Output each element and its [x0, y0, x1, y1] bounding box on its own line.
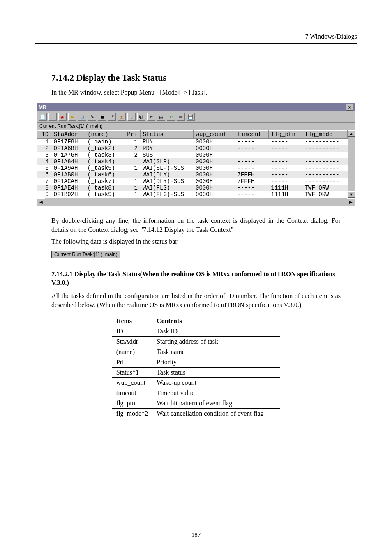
list-icon[interactable]: ≡: [48, 113, 57, 121]
page-icon[interactable]: 📄: [39, 113, 47, 121]
table-row[interactable]: 80F1AE4H(_task8)1WAI(FLG)0000H-----1111H…: [37, 185, 348, 191]
def-table-cell: Status*1: [112, 368, 152, 378]
play-icon[interactable]: ▶: [68, 113, 76, 121]
subsection-title: 7.14.2.1 Display the Task Status(When th…: [51, 270, 341, 287]
def-table-cell: timeout: [112, 388, 152, 398]
table-cell: ----------: [302, 139, 348, 146]
def-table-cell: (name): [112, 347, 152, 357]
scroll-left-icon[interactable]: ◀: [37, 198, 45, 206]
table-cell: (_task3): [85, 152, 122, 158]
table-cell: 7FFFH: [235, 178, 268, 185]
table-cell: ----------: [302, 171, 348, 178]
table-row[interactable]: 20F1A68H(_task2)2RDY0000H---------------…: [37, 145, 348, 152]
table-cell: 0F1A76H: [51, 152, 85, 158]
table-cell: 0F1AE4H: [51, 185, 85, 191]
horizontal-scrollbar[interactable]: ◀ ▶: [37, 198, 355, 206]
def-table-cell: Pri: [112, 357, 152, 368]
copy-icon[interactable]: ⿻: [137, 113, 145, 121]
scroll-down-icon[interactable]: ▼: [348, 191, 355, 198]
table-row[interactable]: 90F1B02H(_task9)1WAI(FLG)-SUS0000H-----1…: [37, 191, 348, 198]
page2-icon[interactable]: ▯: [127, 113, 136, 121]
col-timeout[interactable]: timeout: [235, 131, 268, 139]
scroll-right-icon[interactable]: ▶: [347, 198, 355, 206]
table-cell: (_task5): [85, 165, 122, 171]
table-cell: 1111H: [269, 191, 302, 198]
table-cell: 0000H: [193, 171, 235, 178]
table-cell: -----: [235, 191, 268, 198]
vertical-scrollbar[interactable]: ▲ ▼: [348, 130, 355, 198]
table-cell: TWF_ORW: [302, 191, 348, 198]
table-cell: 2: [122, 145, 140, 152]
table-row[interactable]: 30F1A76H(_task3)2SUS0000H---------------…: [37, 152, 348, 158]
def-table-row: StaAddrStarting address of task: [112, 337, 280, 347]
table-cell: SUS: [140, 152, 193, 158]
table-cell: 0F1A9AH: [51, 165, 85, 171]
table-cell: ----------: [302, 158, 348, 165]
table-row[interactable]: 70F1ACAH(_task7)1WAI(DLY)-SUS0000H7FFFH-…: [37, 178, 348, 185]
definition-table: Items Contents IDTask IDStaAddrStarting …: [112, 316, 280, 419]
undo-icon[interactable]: ↶: [147, 113, 155, 121]
table-row[interactable]: 50F1A9AH(_task5)1WAI(SLP)-SUS0000H------…: [37, 165, 348, 171]
table-cell: -----: [235, 139, 268, 146]
mr-window: MR × 📄 ≡ ◉ ▶ ⊟ ✎ ◼ ↺ ⧗ ▯ ⿻ ↶ ▤ ↩ ⇨ 💾 Cur…: [37, 103, 355, 206]
table-row[interactable]: 40F1A84H(_task4)1WAI(SLP)0000H----------…: [37, 158, 348, 165]
table-cell: 6: [37, 171, 51, 178]
hourglass-icon[interactable]: ⧗: [118, 113, 126, 121]
table-cell: 0000H: [193, 165, 235, 171]
section-intro: In the MR window, select Popup Menu - [M…: [51, 89, 357, 96]
col-wup[interactable]: wup_count: [193, 131, 235, 139]
table-cell: ----------: [302, 145, 348, 152]
table-cell: -----: [269, 165, 302, 171]
record-red-icon[interactable]: ◉: [58, 113, 67, 121]
mr-title-text: MR: [39, 104, 46, 110]
col-flgmode[interactable]: flg_mode: [302, 131, 348, 139]
table-cell: -----: [235, 145, 268, 152]
table-cell: 1: [122, 185, 140, 191]
pencil-icon[interactable]: ✎: [88, 113, 96, 121]
def-table-cell: Priority: [152, 357, 280, 368]
col-pri[interactable]: Pri: [122, 131, 140, 139]
def-table-cell: StaAddr: [112, 337, 152, 347]
table-cell: (_task8): [85, 185, 122, 191]
def-table-cell: Starting address of task: [152, 337, 280, 347]
table-row[interactable]: 10F17F8H(_main)1RUN0000H----------------…: [37, 139, 348, 146]
col-name[interactable]: (name): [85, 131, 122, 139]
table-cell: -----: [269, 139, 302, 146]
def-table-row: Status*1Task status: [112, 368, 280, 378]
table-cell: RDY: [140, 145, 193, 152]
table-cell: (_task2): [85, 145, 122, 152]
table-cell: WAI(SLP): [140, 158, 193, 165]
def-table-cell: Task name: [152, 347, 280, 357]
table-cell: 1: [122, 171, 140, 178]
rewind-icon[interactable]: ↺: [108, 113, 116, 121]
table-cell: 1: [122, 178, 140, 185]
stop-icon[interactable]: ◼: [98, 113, 106, 121]
meter-icon[interactable]: ⊟: [78, 113, 86, 121]
doc-icon[interactable]: ▤: [157, 113, 165, 121]
table-cell: 2: [122, 152, 140, 158]
table-row[interactable]: 60F1AB0H(_task6)1WAI(DLY)0000H7FFFH-----…: [37, 171, 348, 178]
next-icon[interactable]: ⇨: [177, 113, 185, 121]
def-table-cell: Timeout value: [152, 388, 280, 398]
scroll-up-icon[interactable]: ▲: [348, 130, 355, 137]
def-table-cell: Task status: [152, 368, 280, 378]
table-cell: 8: [37, 185, 51, 191]
col-status[interactable]: Status: [140, 131, 193, 139]
return-icon[interactable]: ↩: [167, 113, 175, 121]
table-cell: 7FFFH: [235, 171, 268, 178]
table-cell: 0F17F8H: [51, 139, 85, 146]
table-cell: -----: [269, 145, 302, 152]
table-cell: -----: [269, 158, 302, 165]
table-cell: -----: [235, 165, 268, 171]
col-staaddr[interactable]: StaAddr: [51, 131, 85, 139]
col-id[interactable]: ID: [37, 131, 51, 139]
save-icon[interactable]: 💾: [187, 113, 195, 121]
table-cell: -----: [269, 171, 302, 178]
def-table-row: flg_mode*2Wait cancellation condition of…: [112, 409, 280, 419]
def-table-cell: flg_mode*2: [112, 409, 152, 419]
col-flgptn[interactable]: flg_ptn: [269, 131, 302, 139]
table-cell: 5: [37, 165, 51, 171]
close-icon[interactable]: ×: [346, 104, 353, 111]
table-cell: 1: [122, 165, 140, 171]
table-cell: 0000H: [193, 139, 235, 146]
